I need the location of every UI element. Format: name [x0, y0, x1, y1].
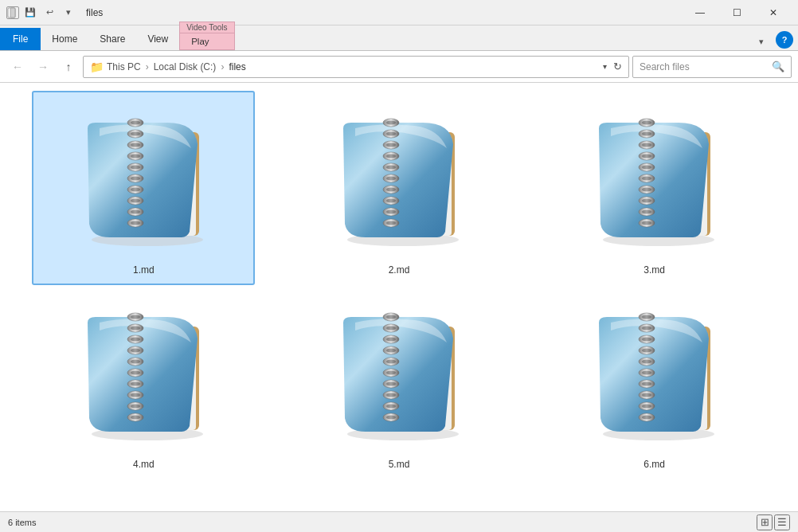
svg-point-163 — [642, 315, 651, 319]
svg-point-31 — [131, 221, 140, 225]
svg-point-105 — [131, 327, 140, 331]
svg-point-145 — [386, 382, 396, 386]
svg-point-181 — [642, 416, 651, 420]
up-button[interactable]: ↑ — [57, 56, 80, 78]
qat-save[interactable]: 💾 — [22, 5, 38, 21]
maximize-button[interactable]: ☐ — [718, 0, 755, 25]
file-icon-4 — [319, 295, 479, 454]
svg-point-171 — [642, 360, 651, 364]
file-item-1-md[interactable]: 1.md — [32, 91, 255, 285]
qat-dropdown[interactable]: ▾ — [61, 5, 76, 21]
ribbon-collapse[interactable]: ▾ — [750, 33, 773, 50]
tab-file[interactable]: File — [0, 28, 41, 50]
file-name-3: 4.md — [133, 459, 155, 470]
svg-point-43 — [386, 121, 396, 125]
svg-point-15 — [131, 132, 140, 136]
address-bar[interactable]: 📁 This PC › Local Disk (C:) › files ▾ ↻ — [83, 56, 629, 78]
view-large-icons[interactable]: ⊞ — [757, 514, 773, 530]
svg-point-19 — [131, 155, 140, 158]
view-buttons: ⊞ ☰ — [757, 514, 790, 530]
file-item-4-md[interactable]: 4.md — [32, 285, 255, 479]
svg-point-73 — [642, 121, 651, 125]
tab-share[interactable]: Share — [88, 28, 136, 50]
item-count: 6 items — [8, 518, 36, 527]
svg-point-111 — [131, 360, 140, 364]
svg-point-89 — [642, 210, 651, 214]
svg-point-147 — [386, 393, 396, 397]
svg-point-21 — [131, 166, 140, 170]
title-bar-left: 💾 ↩ ▾ files — [6, 5, 103, 21]
svg-point-167 — [642, 338, 651, 342]
svg-rect-1 — [10, 8, 15, 18]
status-bar: 6 items ⊞ ☰ — [0, 511, 798, 532]
svg-point-83 — [642, 177, 651, 181]
title-text: files — [86, 7, 103, 18]
svg-point-45 — [386, 132, 396, 136]
refresh-button[interactable]: ↻ — [613, 61, 622, 72]
help-button[interactable]: ? — [776, 31, 793, 49]
svg-point-137 — [386, 338, 396, 342]
file-item-6-md[interactable]: 6.md — [543, 285, 766, 479]
svg-point-135 — [386, 327, 396, 331]
svg-point-107 — [131, 338, 140, 342]
svg-point-133 — [386, 315, 396, 319]
view-list[interactable]: ☰ — [774, 514, 790, 530]
svg-point-47 — [386, 143, 396, 147]
breadcrumb-files[interactable]: files — [229, 61, 245, 72]
svg-point-113 — [131, 371, 140, 375]
svg-point-179 — [642, 405, 651, 409]
tab-home[interactable]: Home — [41, 28, 88, 50]
file-item-5-md[interactable]: 5.md — [288, 285, 510, 479]
file-name-0: 1.md — [133, 264, 155, 276]
breadcrumb-thispc[interactable]: This PC — [107, 61, 141, 72]
file-name-2: 3.md — [643, 264, 665, 276]
svg-point-165 — [642, 327, 651, 331]
title-bar: 💾 ↩ ▾ files — ☐ ✕ — [0, 0, 798, 25]
svg-point-103 — [131, 315, 140, 319]
qat-undo[interactable]: ↩ — [41, 5, 57, 21]
svg-point-169 — [642, 349, 651, 353]
file-grid: 1.md — [0, 83, 798, 511]
tab-play[interactable]: Play — [179, 33, 234, 50]
svg-point-13 — [131, 121, 140, 125]
file-name-1: 2.md — [389, 264, 410, 276]
tab-view[interactable]: View — [136, 28, 179, 50]
back-button[interactable]: ← — [6, 56, 29, 78]
svg-point-81 — [642, 166, 651, 170]
svg-point-139 — [386, 349, 396, 353]
ribbon: File Home Share View Video Tools Play ▾ … — [0, 25, 798, 51]
file-icon-1 — [319, 100, 479, 260]
svg-point-79 — [642, 155, 651, 158]
svg-point-17 — [131, 143, 140, 147]
breadcrumb-localdisk[interactable]: Local Disk (C:) — [154, 61, 217, 72]
folder-icon: 📁 — [90, 61, 104, 73]
svg-point-91 — [642, 221, 651, 225]
forward-button[interactable]: → — [32, 56, 54, 78]
video-tools-label: Video Tools — [179, 22, 234, 33]
file-item-2-md[interactable]: 2.md — [288, 91, 510, 285]
file-icon-3 — [64, 295, 223, 454]
file-name-4: 5.md — [389, 459, 410, 470]
svg-point-25 — [131, 188, 140, 192]
search-bar[interactable]: Search files 🔍 — [632, 56, 792, 78]
svg-point-87 — [642, 199, 651, 203]
svg-point-59 — [386, 210, 396, 214]
svg-point-49 — [386, 155, 396, 158]
svg-point-27 — [131, 199, 140, 203]
svg-point-109 — [131, 349, 140, 353]
file-icon-5 — [575, 295, 734, 454]
svg-point-175 — [642, 382, 651, 386]
file-item-3-md[interactable]: 3.md — [543, 91, 766, 285]
svg-point-53 — [386, 177, 396, 181]
close-button[interactable]: ✕ — [755, 0, 792, 25]
minimize-button[interactable]: — — [682, 0, 718, 25]
svg-point-143 — [386, 371, 396, 375]
svg-point-117 — [131, 393, 140, 397]
file-icon-0 — [64, 100, 223, 260]
svg-point-55 — [386, 188, 396, 192]
window-controls: — ☐ ✕ — [682, 0, 792, 25]
file-name-5: 6.md — [643, 459, 665, 470]
address-dropdown-icon[interactable]: ▾ — [603, 62, 607, 71]
svg-point-61 — [386, 221, 396, 225]
svg-point-141 — [386, 360, 396, 364]
